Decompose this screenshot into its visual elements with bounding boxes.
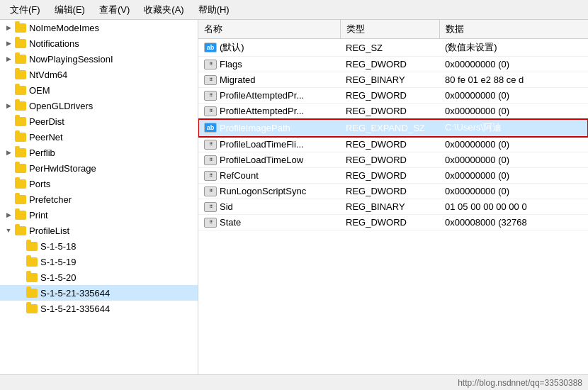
tree-item-notifications[interactable]: ▶Notifications bbox=[0, 35, 198, 51]
binary-icon: ⠿ bbox=[204, 91, 217, 101]
folder-icon-s15212 bbox=[26, 303, 38, 314]
tree-label-noimemode: NoImeModeImes bbox=[29, 23, 99, 33]
tree-label-oem: OEM bbox=[29, 85, 50, 96]
tree-arrow-notifications: ▶ bbox=[3, 40, 14, 47]
table-row[interactable]: ab(默认)REG_SZ(数值未设置) bbox=[198, 39, 588, 57]
tree-label-profilelist: ProfileList bbox=[29, 225, 69, 236]
cell-name-text-3: ProfileAttemptedPr... bbox=[220, 90, 304, 101]
tree-item-peerdist[interactable]: PeerDist bbox=[0, 113, 198, 129]
folder-icon-ntvdm64 bbox=[14, 69, 27, 80]
cell-type-11: REG_DWORD bbox=[340, 215, 439, 230]
cell-type-1: REG_DWORD bbox=[340, 57, 439, 72]
tree-item-opengldrivers[interactable]: ▶OpenGLDrivers bbox=[0, 98, 198, 113]
cell-data-8: 0x00000000 (0) bbox=[439, 168, 588, 184]
cell-type-10: REG_BINARY bbox=[340, 199, 439, 215]
tree-item-s15212[interactable]: S-1-5-21-335644 bbox=[0, 301, 198, 316]
cell-data-2: 80 fe 01 e2 88 ce d bbox=[439, 72, 588, 88]
folder-icon-s15211 bbox=[26, 287, 38, 299]
folder-icon-s1520 bbox=[26, 272, 38, 283]
table-row[interactable]: abProfileImagePathREG_EXPAND_SZC:\Users\… bbox=[198, 119, 588, 137]
tree-item-perhwldstorage[interactable]: PerHwldStorage bbox=[0, 160, 198, 176]
table-row[interactable]: ⠿StateREG_DWORD0x00008000 (32768 bbox=[198, 215, 588, 230]
ab-icon: ab bbox=[204, 123, 217, 133]
col-header-data[interactable]: 数据 bbox=[439, 20, 588, 39]
folder-icon-opengldrivers bbox=[14, 100, 27, 111]
cell-name-10: ⠿Sid bbox=[198, 199, 340, 215]
statusbar: http://blog.nsdnnet/qq=33530388 bbox=[0, 374, 588, 390]
cell-data-4: 0x00000000 (0) bbox=[439, 104, 588, 119]
col-header-type[interactable]: 类型 bbox=[340, 20, 439, 39]
table-row[interactable]: ⠿ProfileAttemptedPr...REG_DWORD0x0000000… bbox=[198, 88, 588, 104]
table-row[interactable]: ⠿ProfileAttemptedPr...REG_DWORD0x0000000… bbox=[198, 104, 588, 119]
tree-item-s1518[interactable]: S-1-5-18 bbox=[0, 238, 198, 254]
table-row[interactable]: ⠿FlagsREG_DWORD0x00000000 (0) bbox=[198, 57, 588, 72]
tree-arrow-opengldrivers: ▶ bbox=[3, 102, 14, 109]
cell-name-11: ⠿State bbox=[198, 215, 340, 230]
tree-item-ports[interactable]: Ports bbox=[0, 176, 198, 191]
tree-panel[interactable]: ▶NoImeModeImes▶Notifications▶NowPlayingS… bbox=[0, 20, 198, 374]
folder-icon-oem bbox=[14, 84, 27, 96]
menu-favorites[interactable]: 收藏夹(A) bbox=[137, 1, 191, 18]
menubar: 文件(F) 编辑(E) 查看(V) 收藏夹(A) 帮助(H) bbox=[0, 0, 588, 20]
cell-name-text-4: ProfileAttemptedPr... bbox=[220, 106, 304, 116]
tree-label-s15211: S-1-5-21-335644 bbox=[40, 288, 110, 299]
values-panel[interactable]: 名称 类型 数据 ab(默认)REG_SZ(数值未设置)⠿FlagsREG_DW… bbox=[198, 20, 588, 374]
menu-edit[interactable]: 编辑(E) bbox=[47, 1, 92, 18]
cell-name-2: ⠿Migrated bbox=[198, 72, 340, 88]
cell-data-3: 0x00000000 (0) bbox=[439, 88, 588, 104]
tree-item-ntvdm64[interactable]: NtVdm64 bbox=[0, 67, 198, 82]
cell-name-text-0: (默认) bbox=[220, 41, 244, 54]
cell-name-text-2: Migrated bbox=[220, 74, 256, 85]
cell-type-6: REG_DWORD bbox=[340, 137, 439, 152]
window: 文件(F) 编辑(E) 查看(V) 收藏夹(A) 帮助(H) ▶NoImeMod… bbox=[0, 0, 588, 390]
cell-data-5: C:\Users\阿迪 bbox=[439, 119, 588, 137]
cell-type-0: REG_SZ bbox=[340, 39, 439, 57]
cell-type-3: REG_DWORD bbox=[340, 88, 439, 104]
tree-label-peerdist: PeerDist bbox=[29, 116, 64, 127]
cell-data-0: (数值未设置) bbox=[439, 39, 588, 57]
folder-icon-s1519 bbox=[26, 256, 38, 267]
tree-item-nowplaying[interactable]: ▶NowPlayingSessionI bbox=[0, 51, 198, 67]
table-row[interactable]: ⠿SidREG_BINARY01 05 00 00 00 00 0 bbox=[198, 199, 588, 215]
tree-arrow-perflib: ▶ bbox=[3, 149, 14, 156]
cell-type-8: REG_DWORD bbox=[340, 168, 439, 184]
tree-label-perhwldstorage: PerHwldStorage bbox=[29, 163, 96, 174]
tree-label-s1518: S-1-5-18 bbox=[40, 241, 77, 252]
cell-name-text-11: State bbox=[220, 217, 241, 228]
tree-item-oem[interactable]: OEM bbox=[0, 82, 198, 98]
tree-item-print[interactable]: ▶Print bbox=[0, 207, 198, 223]
cell-name-text-1: Flags bbox=[220, 59, 242, 69]
menu-view[interactable]: 查看(V) bbox=[92, 1, 137, 18]
table-row[interactable]: ⠿ProfileLoadTimeFli...REG_DWORD0x0000000… bbox=[198, 137, 588, 152]
cell-data-7: 0x00000000 (0) bbox=[439, 152, 588, 168]
table-row[interactable]: ⠿RunLogonScriptSyncREG_DWORD0x00000000 (… bbox=[198, 184, 588, 199]
tree-item-peernet[interactable]: PeerNet bbox=[0, 129, 198, 145]
cell-name-3: ⠿ProfileAttemptedPr... bbox=[198, 88, 340, 104]
tree-label-opengldrivers: OpenGLDrivers bbox=[29, 101, 93, 111]
col-header-name[interactable]: 名称 bbox=[198, 20, 340, 39]
binary-icon: ⠿ bbox=[204, 140, 217, 150]
tree-item-profilelist[interactable]: ▼ProfileList bbox=[0, 223, 198, 238]
cell-name-4: ⠿ProfileAttemptedPr... bbox=[198, 104, 340, 119]
cell-data-11: 0x00008000 (32768 bbox=[439, 215, 588, 230]
table-row[interactable]: ⠿RefCountREG_DWORD0x00000000 (0) bbox=[198, 168, 588, 184]
tree-item-prefetcher[interactable]: Prefetcher bbox=[0, 191, 198, 207]
tree-item-s15211[interactable]: S-1-5-21-335644 bbox=[0, 285, 198, 301]
table-row[interactable]: ⠿MigratedREG_BINARY80 fe 01 e2 88 ce d bbox=[198, 72, 588, 88]
table-row[interactable]: ⠿ProfileLoadTimeLowREG_DWORD0x00000000 (… bbox=[198, 152, 588, 168]
tree-label-s15212: S-1-5-21-335644 bbox=[40, 303, 110, 314]
binary-icon: ⠿ bbox=[204, 106, 217, 116]
menu-file[interactable]: 文件(F) bbox=[3, 1, 47, 18]
tree-item-s1520[interactable]: S-1-5-20 bbox=[0, 269, 198, 285]
binary-icon: ⠿ bbox=[204, 60, 217, 69]
tree-item-s1519[interactable]: S-1-5-19 bbox=[0, 254, 198, 269]
folder-icon-profilelist bbox=[14, 225, 27, 236]
cell-type-7: REG_DWORD bbox=[340, 152, 439, 168]
tree-item-noimemode[interactable]: ▶NoImeModeImes bbox=[0, 20, 198, 35]
tree-label-print: Print bbox=[29, 210, 48, 221]
cell-name-text-10: Sid bbox=[220, 201, 233, 212]
binary-icon: ⠿ bbox=[204, 171, 217, 181]
menu-help[interactable]: 帮助(H) bbox=[191, 1, 237, 18]
tree-item-perflib[interactable]: ▶Perflib bbox=[0, 145, 198, 160]
cell-name-0: ab(默认) bbox=[198, 39, 340, 57]
